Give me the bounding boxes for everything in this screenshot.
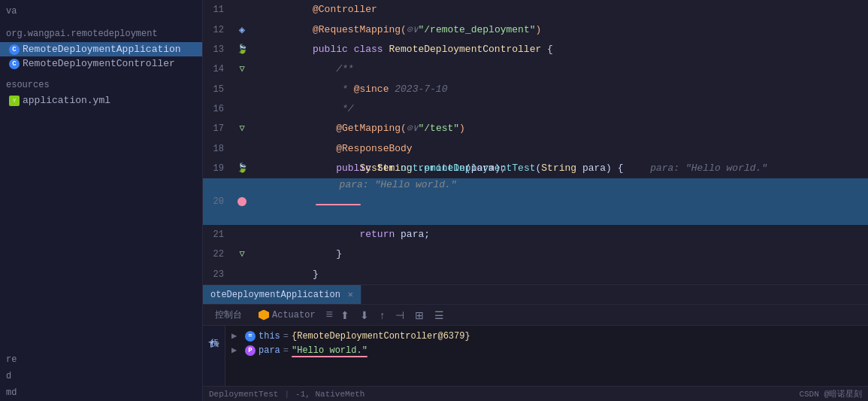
gutter-19: 🍃: [233, 160, 251, 177]
gutter-12: ◈: [233, 22, 251, 38]
var-val-para: "Hello world.": [292, 345, 367, 356]
bottom-separator: |: [284, 390, 289, 399]
code-20: System.out.println(para);: [313, 163, 506, 174]
sidebar-label-va: va: [0, 3, 202, 20]
sidebar-bottom: re d md: [0, 351, 202, 401]
var-eq-para: =: [283, 345, 289, 356]
sidebar-section-org: org.wangpai.remotedeployment C RemoteDep…: [0, 23, 202, 74]
menu-icon[interactable]: ≡: [326, 308, 334, 322]
main-area: 11 @Controller 12 ◈ @RequestMapping(⊙∨"/…: [203, 0, 868, 401]
var-name-para: para: [259, 345, 280, 356]
debug-tab-actuator[interactable]: Actuator: [253, 307, 322, 324]
console-label: 控制台: [215, 308, 242, 321]
line-number-11: 11: [203, 2, 233, 18]
line-number-23: 23: [203, 266, 233, 283]
line-number-14: 14: [203, 61, 233, 77]
debug-body: 执行 ⊤ ▼ ▶ = this = {RemoteDeploymentContr…: [203, 326, 868, 386]
execute-button[interactable]: 执行: [205, 329, 222, 335]
line-number-15: 15: [203, 81, 233, 98]
gutter-14: ▽: [233, 61, 251, 77]
debug-btn-lines[interactable]: ☰: [431, 308, 447, 323]
line-number-20: 20: [203, 193, 233, 210]
leaf-icon-13: 🍃: [237, 41, 248, 58]
var-val-this: {RemoteDeploymentController@6379}: [292, 331, 470, 342]
debug-var-para[interactable]: ▶ P para = "Hello world.": [225, 343, 868, 357]
yaml-icon: Y: [9, 96, 20, 106]
line-content-23: }: [251, 250, 868, 284]
sidebar-label-md: md: [0, 384, 202, 401]
line-number-21: 21: [203, 226, 233, 243]
debug-tab-app[interactable]: oteDeploymentApplication ✕: [203, 285, 361, 304]
debug-tab-console[interactable]: 控制台: [209, 305, 248, 324]
hint-20: para: "Hello world.": [328, 179, 457, 190]
sidebar-section-va: va: [0, 0, 202, 23]
type-icon-this: =: [245, 331, 256, 342]
actuator-icon: [259, 310, 269, 320]
filter-arrow[interactable]: ▼: [215, 341, 219, 349]
arrow-22: ▽: [239, 246, 244, 263]
debug-var-this[interactable]: ▶ = this = {RemoteDeploymentController@6…: [225, 329, 868, 343]
filter-group: ⊤ ▼: [207, 338, 221, 352]
filter-icon[interactable]: ⊤: [208, 339, 213, 351]
sidebar-section-resources: esources Y application.yml: [0, 74, 202, 111]
watermark: CSDN @暗诺星刻: [799, 388, 862, 399]
debug-panel: oteDeploymentApplication ✕ 控制台 Actuator …: [203, 284, 868, 401]
sidebar-item-label: RemoteDeploymentController: [23, 58, 175, 69]
brace-close-23: }: [313, 269, 319, 280]
debug-btn-up[interactable]: ⬆: [337, 308, 352, 323]
debug-bottom-left: DeploymentTest | -1, NativeMeth: [209, 390, 364, 399]
code-lines: 11 @Controller 12 ◈ @RequestMapping(⊙∨"/…: [203, 0, 868, 284]
debug-tab-label: oteDeploymentApplication: [210, 290, 340, 300]
sidebar-item-label: application.yml: [23, 95, 110, 106]
sidebar-label-d: d: [0, 368, 202, 384]
debug-btn-small[interactable]: ⊣: [392, 308, 407, 323]
sidebar-item-remotedeploymentctrl[interactable]: C RemoteDeploymentController: [0, 56, 202, 71]
code-editor: 11 @Controller 12 ◈ @RequestMapping(⊙∨"/…: [203, 0, 868, 284]
deployment-test-label: DeploymentTest: [209, 390, 278, 399]
gutter-17: ▽: [233, 120, 251, 137]
class-icon: C: [9, 59, 20, 69]
line-number-16: 16: [203, 101, 233, 117]
sidebar-label-resources: esources: [0, 77, 202, 93]
expand-icon-this[interactable]: ▶: [231, 330, 242, 342]
gutter-22: ▽: [233, 246, 251, 263]
arrow-17: ▽: [239, 120, 244, 137]
gutter-20: [233, 197, 251, 206]
sidebar-item-label: RemoteDeploymentApplication: [23, 44, 181, 55]
debug-toolbar: 控制台 Actuator ≡ ⬆ ⬇ ↑ ⊣ ⊞ ☰: [203, 305, 868, 326]
close-tab-icon[interactable]: ✕: [348, 289, 353, 300]
arrow-14: ▽: [239, 61, 244, 77]
actuator-label: Actuator: [272, 310, 316, 320]
debug-btn-down[interactable]: ⬇: [357, 308, 372, 323]
code-line-23: 23 }: [203, 265, 868, 284]
breakpoint-icon-20: [237, 197, 246, 206]
sidebar-label-re: re: [0, 351, 202, 368]
debug-btn-up2[interactable]: ↑: [377, 308, 388, 323]
sidebar-item-remotedeploymentapp[interactable]: C RemoteDeploymentApplication: [0, 42, 202, 56]
bottom-right-label: -1, NativeMeth: [295, 390, 364, 399]
var-name-this: this: [259, 331, 280, 342]
expand-icon-para[interactable]: ▶: [231, 345, 242, 356]
class-icon: C: [9, 44, 20, 55]
debug-bottom-bar: DeploymentTest | -1, NativeMeth CSDN @暗诺…: [203, 386, 868, 401]
line-number-12: 12: [203, 22, 233, 38]
gutter-13: 🍃: [233, 41, 251, 58]
sidebar-label-org: org.wangpai.remotedeployment: [0, 26, 202, 42]
debug-side-buttons: 执行 ⊤ ▼: [203, 326, 225, 386]
debug-btn-grid[interactable]: ⊞: [412, 308, 427, 323]
bookmark-icon-12: ◈: [239, 22, 245, 38]
debug-tab-bar: oteDeploymentApplication ✕: [203, 285, 868, 305]
line-number-22: 22: [203, 246, 233, 263]
sidebar-item-yaml[interactable]: Y application.yml: [0, 93, 202, 108]
sidebar: va org.wangpai.remotedeployment C Remote…: [0, 0, 203, 401]
leaf-icon-19: 🍃: [237, 160, 248, 177]
line-number-18: 18: [203, 141, 233, 157]
line-number-17: 17: [203, 120, 233, 137]
line-number-19: 19: [203, 160, 233, 177]
var-eq-this: =: [283, 331, 289, 342]
debug-variables: ▶ = this = {RemoteDeploymentController@6…: [225, 326, 868, 386]
type-icon-para: P: [245, 345, 256, 356]
line-number-13: 13: [203, 41, 233, 58]
